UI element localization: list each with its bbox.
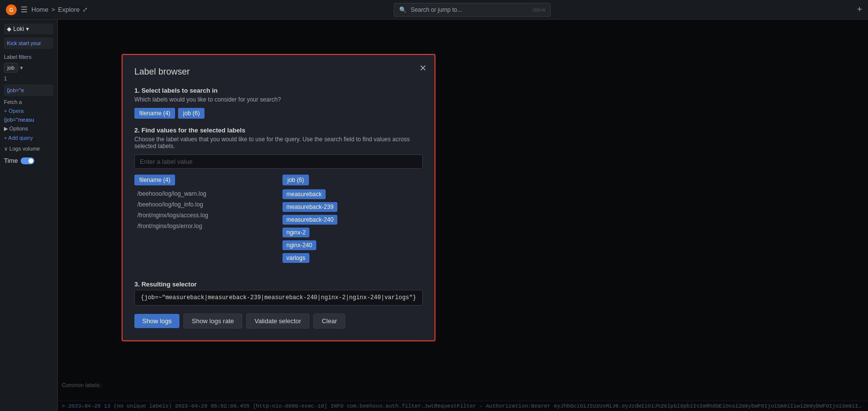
label-search-input[interactable] bbox=[134, 154, 423, 169]
add-query-button[interactable]: + Add query bbox=[4, 135, 53, 141]
filename-col-header[interactable]: filename (4) bbox=[134, 175, 175, 185]
modal-close-button[interactable]: ✕ bbox=[419, 63, 427, 74]
validate-selector-button[interactable]: Validate selector bbox=[246, 313, 309, 329]
top-chip-row: filename (4) job (6) bbox=[134, 108, 423, 119]
selector-box: {job=~"measureback|measureback-239|measu… bbox=[134, 290, 423, 306]
search-placeholder: Search or jump to... bbox=[410, 6, 462, 13]
job-col: job (6) measureback measureback-239 meas… bbox=[282, 175, 423, 273]
list-item[interactable]: /front/nginx/logs/access.log bbox=[134, 211, 275, 220]
breadcrumb-sep: > bbox=[51, 6, 55, 13]
list-item[interactable]: /front/nginx/logs/error.log bbox=[134, 222, 275, 231]
share-icon[interactable]: ⤢ bbox=[82, 6, 88, 13]
logs-volume-label: ∨ Logs volume bbox=[4, 146, 53, 152]
clear-button[interactable]: Clear bbox=[313, 313, 345, 329]
fetch-label: Fetch a bbox=[4, 99, 53, 105]
search-shortcut: ctrl+k bbox=[533, 7, 546, 13]
label-filter-chip[interactable]: job bbox=[4, 63, 18, 73]
datasource-label: Loki bbox=[13, 26, 24, 32]
datasource-arrow: ▾ bbox=[26, 26, 29, 32]
list-item[interactable]: measureback-239 bbox=[282, 202, 337, 212]
datasource-selector[interactable]: ◆ Loki ▾ bbox=[4, 24, 53, 34]
step1-title: 1. Select labels to search in bbox=[134, 87, 423, 94]
list-item[interactable]: measureback-240 bbox=[282, 215, 337, 225]
hamburger-icon[interactable]: ☰ bbox=[21, 5, 27, 14]
content-area: Common labels: > 2023-04-28 13 (no uniqu… bbox=[58, 20, 868, 411]
list-item[interactable]: /beehooo/log/log_info.log bbox=[134, 200, 275, 209]
show-logs-rate-button[interactable]: Show logs rate bbox=[183, 313, 242, 329]
breadcrumb: Home > Explore ⤢ bbox=[31, 6, 88, 13]
breadcrumb-home[interactable]: Home bbox=[31, 6, 49, 13]
modal-title: Label browser bbox=[134, 67, 423, 77]
label-filters-heading: Label filters bbox=[4, 54, 53, 60]
time-toggle[interactable] bbox=[21, 157, 34, 164]
top-nav-right: + bbox=[857, 4, 862, 15]
list-item[interactable]: nginx-240 bbox=[282, 240, 316, 250]
top-nav-left: G ☰ Home > Explore ⤢ bbox=[6, 4, 88, 15]
measure-label: {job="measu bbox=[4, 117, 53, 123]
label-browser-modal: Label browser ✕ 1. Select labels to sear… bbox=[122, 54, 435, 341]
step3-title: 3. Resulting selector bbox=[134, 281, 423, 288]
kick-start[interactable]: Kick start your bbox=[4, 37, 53, 49]
time-toggle-row: Time bbox=[4, 157, 53, 164]
operations-label[interactable]: + Opera bbox=[4, 108, 53, 114]
list-item[interactable]: measureback bbox=[282, 189, 326, 199]
show-logs-button[interactable]: Show logs bbox=[134, 314, 179, 328]
step1-desc: Which labels would you like to consider … bbox=[134, 96, 423, 103]
list-item[interactable]: /beehooo/log/log_warn.log bbox=[134, 189, 275, 198]
job-col-header[interactable]: job (6) bbox=[282, 175, 309, 185]
datasource-icon: ◆ bbox=[7, 26, 11, 32]
chip-job[interactable]: job (6) bbox=[178, 108, 204, 119]
values-grid: filename (4) /beehooo/log/log_warn.log /… bbox=[134, 175, 423, 273]
list-item[interactable]: varlogs bbox=[282, 253, 309, 263]
plus-icon[interactable]: + bbox=[857, 4, 862, 15]
query-number: 1 bbox=[4, 76, 53, 81]
action-row: Show logs Show logs rate Validate select… bbox=[134, 313, 423, 329]
query-text[interactable]: {job="e bbox=[4, 84, 53, 96]
time-label: Time bbox=[4, 157, 18, 164]
search-bar[interactable]: 🔍 Search or jump to... ctrl+k bbox=[394, 3, 551, 17]
step2-title: 2. Find values for the selected labels bbox=[134, 127, 423, 134]
sidebar: ◆ Loki ▾ Kick start your Label filters j… bbox=[0, 20, 58, 411]
top-nav: G ☰ Home > Explore ⤢ 🔍 Search or jump to… bbox=[0, 0, 868, 20]
grafana-logo: G bbox=[6, 4, 17, 15]
options-label[interactable]: ▶ Options bbox=[4, 126, 53, 132]
step2-desc: Choose the label values that you would l… bbox=[134, 136, 423, 150]
label-filter-arrow[interactable]: ▾ bbox=[20, 65, 23, 71]
breadcrumb-explore[interactable]: Explore bbox=[58, 6, 79, 13]
list-item[interactable]: nginx-2 bbox=[282, 228, 309, 237]
search-icon: 🔍 bbox=[399, 6, 407, 13]
filename-col: filename (4) /beehooo/log/log_warn.log /… bbox=[134, 175, 275, 273]
main-layout: ◆ Loki ▾ Kick start your Label filters j… bbox=[0, 20, 868, 411]
selector-section: 3. Resulting selector {job=~"measureback… bbox=[134, 281, 423, 306]
modal-overlay: Label browser ✕ 1. Select labels to sear… bbox=[58, 20, 868, 411]
chip-filename[interactable]: filename (4) bbox=[134, 108, 175, 119]
